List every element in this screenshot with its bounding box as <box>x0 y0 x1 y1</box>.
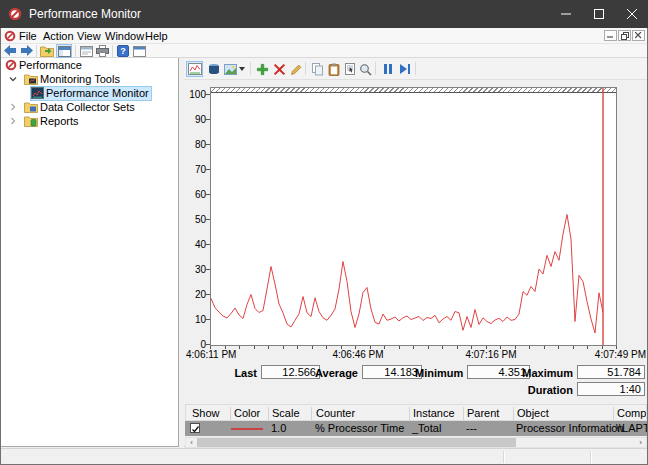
minimize-button[interactable] <box>550 0 581 28</box>
chevron-right-icon[interactable] <box>7 115 19 127</box>
paste-counter-list-button[interactable] <box>325 61 342 77</box>
freeze-display-button[interactable] <box>379 61 396 77</box>
x-axis-tick <box>326 346 327 349</box>
add-counter-icon <box>256 63 269 76</box>
view-log-data-button[interactable] <box>205 61 222 77</box>
tree-item-label: Performance Monitor <box>44 87 151 100</box>
y-axis-tick <box>205 119 210 120</box>
add-counter-button[interactable] <box>254 61 271 77</box>
x-axis-tick <box>529 346 530 349</box>
window-title: Performance Monitor <box>29 0 141 28</box>
y-axis-tick-label: 80 <box>183 139 206 150</box>
perfmon-menu-icon <box>4 30 16 42</box>
child-minimize-button[interactable] <box>604 30 617 41</box>
show-checkbox[interactable] <box>190 423 200 433</box>
tree-item-monitoring-tools[interactable]: Monitoring Tools <box>1 72 178 86</box>
copy-properties-icon <box>312 63 324 76</box>
scrollbar-thumb[interactable] <box>197 438 516 447</box>
stat-average-value: 14.183 <box>362 365 422 379</box>
menu-file[interactable]: File <box>17 28 39 44</box>
x-axis-tick <box>413 346 414 349</box>
x-axis-tick <box>254 346 255 349</box>
print-icon <box>96 45 109 57</box>
cell-parent: --- <box>466 421 477 436</box>
x-axis-tick <box>544 346 545 349</box>
chevron-down-icon[interactable] <box>7 73 19 85</box>
child-close-button[interactable] <box>632 30 645 41</box>
show-hide-console-tree-button[interactable] <box>56 44 72 58</box>
tree-item-reports[interactable]: Reports <box>1 114 178 128</box>
view-current-activity-button[interactable] <box>186 61 203 77</box>
y-axis-tick-label: 60 <box>183 189 206 200</box>
column-header-scale[interactable]: Scale <box>272 405 300 421</box>
tree-item-data-collector-sets[interactable]: Data Collector Sets <box>1 100 178 114</box>
title-bar: Performance Monitor <box>0 0 648 28</box>
help-icon: ? <box>117 45 129 57</box>
chart-svg <box>211 88 616 345</box>
delete-counter-button[interactable] <box>271 61 288 77</box>
back-button[interactable] <box>2 44 18 58</box>
tree-item-performance-monitor[interactable]: Performance Monitor <box>1 86 178 100</box>
y-axis-tick-label: 30 <box>183 264 206 275</box>
x-axis-tick <box>428 346 429 349</box>
stat-maximum-label: Maximum <box>520 366 573 380</box>
counter-table-row[interactable]: 1.0 % Processor Time _Total --- Processo… <box>185 421 647 436</box>
folder-data-icon <box>24 101 38 113</box>
tree-item-performance[interactable]: Performance <box>1 58 178 72</box>
x-axis-tick <box>500 346 501 349</box>
chevron-right-icon[interactable] <box>7 101 19 113</box>
new-window-button[interactable] <box>131 44 147 58</box>
y-axis-tick <box>205 294 210 295</box>
x-axis-tick <box>210 346 211 349</box>
y-axis-tick <box>205 194 210 195</box>
y-axis-tick-label: 20 <box>183 289 206 300</box>
column-header-counter[interactable]: Counter <box>316 405 355 421</box>
perfmon-icon <box>5 59 17 71</box>
menu-bar: File Action View Window Help <box>1 28 647 44</box>
update-data-button[interactable] <box>396 61 413 77</box>
y-axis-tick-label: 100 <box>183 89 206 100</box>
monitor-chart-icon <box>31 87 44 99</box>
counter-table-header: Show Color Scale Counter Instance Parent… <box>185 404 647 421</box>
x-axis-label: 4:07:49 PM <box>580 349 646 360</box>
highlight-button[interactable] <box>288 61 305 77</box>
column-header-object[interactable]: Object <box>517 405 549 421</box>
x-axis-tick <box>587 346 588 349</box>
child-restore-button[interactable] <box>618 30 631 41</box>
print-button[interactable] <box>94 44 110 58</box>
menu-view[interactable]: View <box>75 28 103 44</box>
column-header-color[interactable]: Color <box>234 405 260 421</box>
properties-window-button[interactable] <box>78 44 94 58</box>
menu-window[interactable]: Window <box>103 28 146 44</box>
x-axis-tick <box>239 346 240 349</box>
column-header-computer[interactable]: Computer <box>617 405 647 421</box>
column-header-parent[interactable]: Parent <box>467 405 499 421</box>
stat-last-value: 12.566 <box>261 365 320 379</box>
table-horizontal-scrollbar[interactable]: ‹ › <box>185 437 647 448</box>
menu-action[interactable]: Action <box>41 28 76 44</box>
stat-average-label: Average <box>313 366 358 380</box>
check-icon <box>191 425 200 434</box>
column-header-instance[interactable]: Instance <box>413 405 455 421</box>
update-data-step-icon <box>399 63 411 75</box>
maximize-button[interactable] <box>583 0 614 28</box>
close-button[interactable] <box>616 0 647 28</box>
x-axis-tick <box>616 346 617 349</box>
zoom-button[interactable] <box>357 61 374 77</box>
forward-button[interactable] <box>18 44 34 58</box>
change-graph-type-button[interactable] <box>222 61 246 77</box>
cell-counter: % Processor Time <box>315 421 404 436</box>
scroll-left-icon[interactable]: ‹ <box>186 438 197 447</box>
x-axis-tick <box>442 346 443 349</box>
y-axis-tick <box>205 244 210 245</box>
export-button[interactable] <box>39 44 55 58</box>
back-arrow-icon <box>4 45 17 57</box>
column-header-show[interactable]: Show <box>192 405 220 421</box>
menu-help[interactable]: Help <box>143 28 170 44</box>
properties-button[interactable] <box>341 61 358 77</box>
scroll-right-icon[interactable]: › <box>635 438 646 447</box>
performance-monitor-window: Performance Monitor File Action View Win… <box>0 0 648 465</box>
help-button[interactable]: ? <box>115 44 131 58</box>
console-tree-panel: Performance Monitoring Tools Performance… <box>1 58 179 447</box>
copy-properties-button[interactable] <box>309 61 326 77</box>
